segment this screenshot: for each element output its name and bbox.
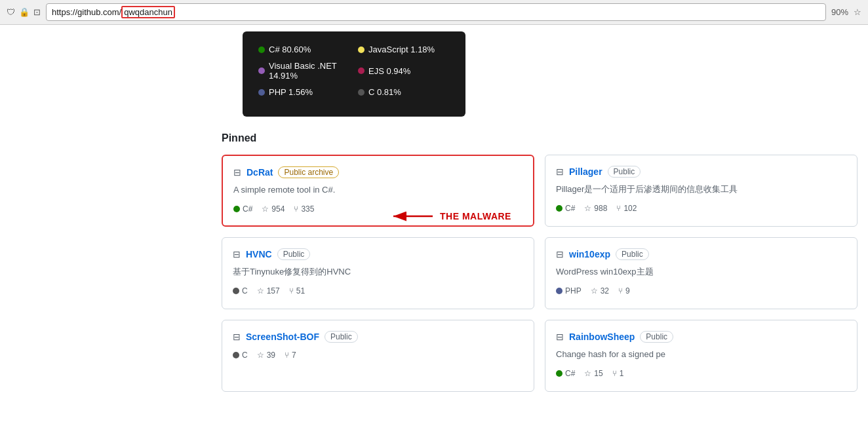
shield-icon: 🛡: [7, 7, 15, 17]
stars-rainbowsheep: ☆ 15: [584, 369, 602, 378]
lang-name-hvnc: C: [242, 286, 248, 296]
url-bar[interactable]: https://github.com/qwqdanchun: [46, 3, 826, 21]
pinned-grid: ⊟ DcRat Public archive A simple remote t…: [222, 155, 868, 392]
repo-desc-pillager: Pillager是一个适用于后渗透期间的信息收集工具: [556, 183, 846, 196]
lang-label-csharp: C# 80.60%: [269, 45, 311, 54]
language-stats-card: C# 80.60% JavaScript 1.18% Visual Basic …: [243, 31, 465, 117]
lang-item-vb: Visual Basic .NET 14.91%: [258, 61, 358, 81]
lang-dot-php: [258, 89, 265, 96]
stars-screenshot-bof: ☆ 39: [257, 351, 275, 360]
repo-desc-dcrat: A simple remote tool in C#.: [233, 183, 523, 197]
repo-link-win10exp[interactable]: win10exp: [569, 249, 610, 259]
repo-card-hvnc: ⊟ HVNC Public 基于Tinynuke修复得到的HVNC C ☆ 15…: [222, 237, 534, 309]
stars-dcrat: ☆ 954: [262, 204, 285, 214]
repo-link-pillager[interactable]: Pillager: [569, 166, 602, 177]
lang-dot-vb: [258, 67, 265, 74]
lang-indicator-rainbowsheep: C#: [556, 369, 575, 378]
repo-icon-win10exp: ⊟: [556, 249, 564, 259]
repo-desc-rainbowsheep: Change hash for a signed pe: [556, 348, 846, 361]
stars-win10exp: ☆ 32: [591, 286, 609, 296]
forks-hvnc: ⑂ 51: [289, 286, 305, 296]
page-content: C# 80.60% JavaScript 1.18% Visual Basic …: [0, 31, 868, 411]
lang-dot-js: [358, 47, 365, 53]
fork-count-screenshot-bof: 7: [292, 351, 296, 360]
lang-dot-csharp: [258, 47, 265, 53]
lang-dot-c: [358, 89, 365, 96]
lang-item-c: C 0.81%: [358, 87, 450, 97]
fork-icon-win10exp: ⑂: [618, 286, 623, 296]
lang-dot-win10exp: [556, 288, 562, 294]
lang-dot-screenshot-bof: [233, 352, 239, 358]
repo-card-header-pillager: ⊟ Pillager Public: [556, 166, 846, 178]
lang-label-php: PHP 1.56%: [269, 87, 313, 97]
repo-card-header-dcrat: ⊟ DcRat Public archive: [233, 166, 523, 178]
repo-meta-pillager: C# ☆ 988 ⑂ 102: [556, 204, 846, 213]
lang-label-c: C 0.81%: [368, 87, 401, 97]
bookmark-icon[interactable]: ☆: [854, 7, 861, 17]
repo-badge-pillager: Public: [608, 166, 641, 178]
repo-icon-hvnc: ⊟: [233, 249, 241, 259]
repo-link-screenshot-bof[interactable]: ScreenShot-BOF: [246, 332, 319, 342]
lang-row-3: PHP 1.56% C 0.81%: [258, 87, 450, 97]
lang-indicator-dcrat: C#: [233, 204, 252, 214]
lang-name-pillager: C#: [565, 204, 575, 213]
repo-link-hvnc[interactable]: HVNC: [246, 249, 272, 259]
lock-icon: 🔒: [19, 7, 30, 17]
forks-dcrat: ⑂ 335: [294, 204, 314, 214]
repo-card-rainbowsheep: ⊟ RainbowSheep Public Change hash for a …: [545, 320, 858, 392]
lang-dot-hvnc: [233, 288, 239, 294]
lang-item-php: PHP 1.56%: [258, 87, 350, 97]
forks-rainbowsheep: ⑂ 1: [612, 369, 624, 378]
repo-icon-screenshot-bof: ⊟: [233, 332, 241, 342]
repo-meta-dcrat: C# ☆ 954 ⑂ 335: [233, 204, 523, 214]
repo-link-rainbowsheep[interactable]: RainbowSheep: [569, 332, 635, 342]
repo-card-header-rainbowsheep: ⊟ RainbowSheep Public: [556, 331, 846, 343]
repo-card-win10exp: ⊟ win10exp Public WordPress win10exp主题 P…: [545, 237, 858, 309]
stars-pillager: ☆ 988: [584, 204, 607, 213]
url-prefix: https://github.com/: [52, 7, 121, 17]
lang-indicator-screenshot-bof: C: [233, 351, 248, 360]
lang-label-ejs: EJS 0.94%: [368, 66, 410, 76]
repo-icon-dcrat: ⊟: [233, 167, 241, 178]
fork-count-rainbowsheep: 1: [620, 369, 624, 378]
star-icon-win10exp: ☆: [591, 286, 598, 296]
fork-icon-dcrat: ⑂: [294, 204, 298, 214]
forks-win10exp: ⑂ 9: [618, 286, 630, 296]
star-icon-rainbowsheep: ☆: [584, 369, 591, 378]
star-icon-dcrat: ☆: [262, 204, 269, 214]
lang-dot-dcrat: [233, 206, 240, 212]
repo-badge-dcrat: Public archive: [278, 166, 339, 178]
star-count-screenshot-bof: 39: [267, 351, 275, 360]
star-icon-hvnc: ☆: [257, 286, 264, 296]
url-highlight: qwqdanchun: [121, 6, 175, 18]
pinned-title: Pinned: [222, 132, 868, 144]
star-icon-pillager: ☆: [584, 204, 591, 213]
lang-indicator-pillager: C#: [556, 204, 575, 213]
star-count-rainbowsheep: 15: [594, 369, 602, 378]
lang-label-vb: Visual Basic .NET 14.91%: [269, 61, 358, 81]
repo-icon-pillager: ⊟: [556, 166, 564, 177]
lang-dot-pillager: [556, 205, 562, 212]
lang-label-js: JavaScript 1.18%: [368, 45, 435, 54]
repo-meta-win10exp: PHP ☆ 32 ⑂ 9: [556, 286, 846, 296]
lang-dot-rainbowsheep: [556, 370, 562, 377]
star-count-hvnc: 157: [267, 286, 280, 296]
repo-card-header-screenshot-bof: ⊟ ScreenShot-BOF Public: [233, 331, 523, 343]
fork-count-pillager: 102: [623, 204, 637, 213]
repo-card-pillager: ⊟ Pillager Public Pillager是一个适用于后渗透期间的信息…: [545, 155, 858, 227]
repo-badge-rainbowsheep: Public: [640, 331, 673, 343]
fork-count-hvnc: 51: [296, 286, 305, 296]
repo-desc-win10exp: WordPress win10exp主题: [556, 265, 846, 278]
lang-name-screenshot-bof: C: [242, 351, 248, 360]
star-icon-screenshot-bof: ☆: [257, 351, 264, 360]
fork-count-win10exp: 9: [625, 286, 630, 296]
repo-card-header-win10exp: ⊟ win10exp Public: [556, 248, 846, 260]
lang-indicator-hvnc: C: [233, 286, 248, 296]
fork-icon-pillager: ⑂: [616, 204, 621, 213]
lang-item-csharp: C# 80.60%: [258, 45, 350, 54]
pinned-section: Pinned ⊟ DcRat Public archive A simple r…: [0, 132, 868, 392]
tab-icon: ⊡: [33, 7, 41, 17]
repo-badge-screenshot-bof: Public: [325, 331, 358, 343]
zoom-controls: 90% ☆: [831, 7, 861, 17]
repo-link-dcrat[interactable]: DcRat: [247, 167, 273, 178]
